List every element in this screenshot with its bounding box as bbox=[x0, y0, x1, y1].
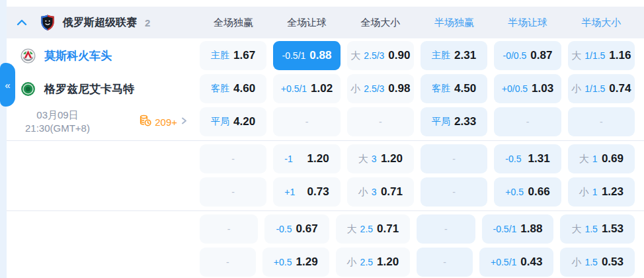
odds-selection-label: 大2.5 bbox=[347, 223, 373, 236]
over-under-direction: 大 bbox=[347, 223, 357, 236]
over-under-direction: 小 bbox=[347, 256, 357, 269]
odds-line-label: 客胜 bbox=[211, 83, 229, 95]
odds-value: 1.20 bbox=[381, 152, 403, 165]
odds-cell[interactable]: -0/0.50.87 bbox=[494, 41, 561, 70]
odds-selection-label: +0.5/1 bbox=[281, 83, 307, 94]
odds-cell[interactable]: 大2.50.71 bbox=[336, 214, 411, 244]
odds-line-label: +1 bbox=[284, 187, 295, 197]
markets-coins-icon bbox=[139, 114, 152, 130]
odds-cell[interactable]: 小1.50.53 bbox=[560, 248, 635, 277]
odds-cell[interactable]: +0.5/10.43 bbox=[479, 248, 553, 277]
odds-cell-empty: - bbox=[200, 177, 266, 207]
odds-cell[interactable]: +0/0.51.03 bbox=[494, 74, 561, 103]
odds-selection-label: 小2.5/3 bbox=[350, 83, 384, 95]
collapse-sidebar-tab[interactable]: « bbox=[0, 63, 15, 107]
odds-cell[interactable]: +10.73 bbox=[273, 177, 340, 207]
odds-value: 1.23 bbox=[602, 185, 624, 199]
column-header-fulltime-1x2[interactable]: 全场独赢 bbox=[200, 17, 266, 29]
over-under-direction: 小 bbox=[358, 186, 368, 199]
alt-line-row: --11.20大31.20--0.51.31大10.69 bbox=[7, 144, 644, 173]
odds-cell[interactable]: 客胜4.50 bbox=[421, 74, 487, 103]
chevron-up-icon[interactable] bbox=[17, 19, 27, 26]
odds-line-label: -0.5/1 bbox=[282, 50, 306, 61]
odds-cell[interactable]: 小2.51.20 bbox=[336, 248, 411, 277]
odds-cell[interactable]: 大10.69 bbox=[568, 144, 635, 173]
home-team[interactable]: 莫斯科火车头 bbox=[7, 41, 193, 70]
odds-line-label: 2.5 bbox=[360, 224, 373, 234]
empty-dash: - bbox=[443, 257, 446, 267]
odds-cell[interactable]: 大1.51.53 bbox=[560, 214, 635, 244]
odds-line-label: 1.5 bbox=[584, 257, 597, 267]
odds-selection-label: -0.5/1 bbox=[493, 224, 517, 234]
odds-line-label: 1/1.5 bbox=[584, 83, 605, 94]
odds-line-label: 平局 bbox=[432, 116, 450, 128]
odds-cell[interactable]: 平局2.33 bbox=[421, 107, 487, 136]
group-divider bbox=[7, 210, 644, 211]
odds-line-label: 2.5/3 bbox=[364, 50, 384, 61]
empty-dash: - bbox=[452, 187, 456, 197]
over-under-direction: 大 bbox=[358, 153, 368, 165]
odds-line-label: 1.5 bbox=[584, 224, 597, 234]
more-markets-link[interactable]: 209+ bbox=[139, 114, 188, 130]
odds-cell[interactable]: +0.5/11.02 bbox=[273, 74, 340, 103]
odds-value: 0.66 bbox=[528, 185, 550, 199]
odds-cell[interactable]: 主胜1.67 bbox=[200, 41, 266, 70]
odds-cell[interactable]: 小30.71 bbox=[347, 177, 414, 207]
away-team-name[interactable]: 格罗兹尼艾卡马特 bbox=[44, 81, 134, 97]
odds-cell[interactable]: 小11.23 bbox=[568, 177, 635, 207]
odds-line-label: 客胜 bbox=[432, 83, 450, 95]
page-gutter bbox=[0, 0, 7, 278]
odds-cell[interactable]: +0.51.29 bbox=[262, 248, 329, 277]
match-meta: 03月09日 21:30(GMT+8) bbox=[7, 107, 193, 136]
odds-cell[interactable]: +0.50.66 bbox=[494, 177, 561, 207]
odds-value: 4.20 bbox=[233, 115, 255, 128]
odds-cell[interactable]: 平局4.20 bbox=[200, 107, 266, 136]
league-name[interactable]: 俄罗斯超级联赛 bbox=[63, 16, 137, 30]
odds-cell[interactable]: 大2.5/30.90 bbox=[347, 41, 414, 70]
over-under-direction: 大 bbox=[571, 50, 581, 62]
odds-value: 0.71 bbox=[377, 222, 399, 236]
odds-cell[interactable]: -0.5/11.88 bbox=[482, 214, 554, 244]
empty-dash: - bbox=[305, 116, 309, 127]
empty-dash: - bbox=[227, 224, 231, 234]
over-under-direction: 大 bbox=[350, 50, 360, 62]
odds-selection-label: 平局 bbox=[211, 116, 229, 128]
odds-cell[interactable]: 大1/1.51.16 bbox=[568, 41, 635, 70]
odds-selection-label: +0.5/1 bbox=[491, 257, 516, 267]
away-team[interactable]: 格罗兹尼艾卡马特 bbox=[7, 74, 193, 103]
home-team-name[interactable]: 莫斯科火车头 bbox=[44, 48, 112, 64]
odds-cell[interactable]: -11.20 bbox=[273, 144, 340, 173]
over-under-direction: 大 bbox=[579, 153, 589, 165]
odds-cell[interactable]: -0.51.31 bbox=[494, 144, 561, 173]
chevron-right-icon bbox=[180, 116, 188, 128]
over-under-direction: 小 bbox=[350, 83, 360, 95]
column-header-fulltime-overunder[interactable]: 全场大小 bbox=[347, 17, 414, 29]
column-header-halftime-handicap[interactable]: 半场让球 bbox=[494, 17, 561, 29]
odds-line-label: 平局 bbox=[211, 116, 229, 128]
odds-line-label: 3 bbox=[372, 154, 377, 164]
odds-cell-empty: - bbox=[421, 144, 487, 173]
odds-value: 1.67 bbox=[233, 49, 255, 62]
odds-cell[interactable]: -0.50.67 bbox=[264, 214, 329, 244]
odds-value: 1.29 bbox=[296, 255, 318, 269]
odds-cell[interactable]: 小2.5/30.98 bbox=[347, 74, 414, 103]
over-under-direction: 小 bbox=[571, 83, 581, 95]
odds-rows: 莫斯科火车头 主胜1.67-0.5/10.88大2.5/30.90主胜2.31-… bbox=[7, 38, 644, 277]
odds-selection-label: +1 bbox=[284, 187, 295, 197]
odds-value: 4.50 bbox=[454, 82, 476, 95]
odds-cell-empty: - bbox=[200, 248, 256, 277]
odds-selection-label: 大2.5/3 bbox=[350, 50, 384, 62]
odds-cell[interactable]: 客胜4.60 bbox=[200, 74, 266, 103]
column-header-halftime-overunder[interactable]: 半场大小 bbox=[568, 17, 635, 29]
odds-cell[interactable]: 主胜2.31 bbox=[421, 41, 487, 70]
odds-cell[interactable]: -0.5/10.88 bbox=[273, 41, 340, 70]
odds-selection-label: 大1.5 bbox=[571, 223, 597, 236]
odds-panel: 俄罗斯超级联赛 2 全场独赢 全场让球 全场大小 半场独赢 半场让球 半场大小 bbox=[7, 0, 644, 277]
odds-line-label: 主胜 bbox=[432, 50, 450, 62]
column-header-halftime-1x2[interactable]: 半场独赢 bbox=[421, 17, 487, 29]
odds-value: 0.88 bbox=[309, 49, 331, 62]
over-under-direction: 小 bbox=[571, 256, 581, 269]
odds-cell[interactable]: 大31.20 bbox=[347, 144, 414, 173]
odds-cell[interactable]: 小1/1.50.74 bbox=[568, 74, 635, 103]
column-header-fulltime-handicap[interactable]: 全场让球 bbox=[273, 17, 340, 29]
